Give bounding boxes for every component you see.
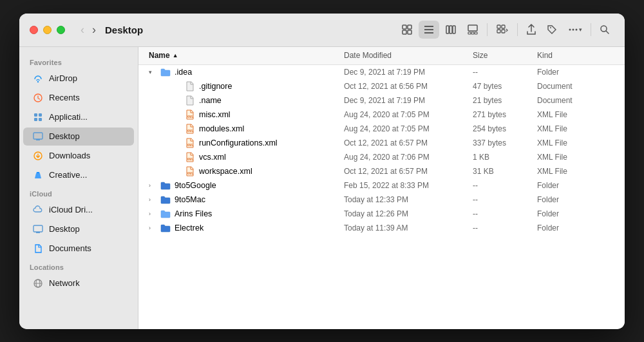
sidebar-item-network[interactable]: Network [23, 274, 134, 292]
sidebar-item-recents[interactable]: Recents [23, 89, 134, 107]
table-row[interactable]: › 9to5Google Feb 15, 2022 at 8:33 PM -- … [138, 178, 625, 193]
svg-point-24 [37, 81, 39, 82]
file-name-cell: XML misc.xml [150, 109, 344, 120]
table-row[interactable]: › Arins Files Today at 12:26 PM -- Folde… [138, 207, 625, 221]
file-size: 1 KB [473, 153, 537, 162]
back-button[interactable]: ‹ [78, 23, 87, 37]
file-size: -- [473, 209, 537, 218]
sidebar-item-icloud-drive[interactable]: iCloud Dri... [23, 201, 134, 219]
file-name-cell: XML runConfigurations.xml [150, 138, 344, 148]
svg-rect-29 [39, 118, 42, 121]
table-row[interactable]: ▾ .idea Dec 9, 2021 at 7:19 PM -- Folder [138, 65, 625, 79]
table-row[interactable]: › 9to5Mac Today at 12:33 PM -- Folder [138, 193, 625, 207]
file-date: Oct 12, 2021 at 6:57 PM [344, 138, 473, 147]
svg-rect-7 [446, 26, 449, 33]
tag-button[interactable] [542, 21, 562, 39]
svg-rect-27 [39, 113, 42, 117]
col-date-label: Date Modified [344, 51, 392, 60]
sidebar-item-downloads[interactable]: Downloads [23, 147, 134, 165]
table-row[interactable]: XML vcs.xml Aug 24, 2020 at 7:06 PM 1 KB… [138, 150, 625, 164]
group-button[interactable] [491, 21, 513, 39]
maximize-button[interactable] [57, 26, 65, 34]
airdrop-icon [32, 73, 44, 84]
sort-arrow: ▲ [173, 52, 178, 59]
file-name: misc.xml [199, 110, 231, 119]
sidebar-item-creative[interactable]: Creative... [23, 166, 134, 184]
svg-text:XML: XML [187, 129, 194, 133]
file-date: Today at 11:39 AM [344, 223, 473, 233]
more-icon [567, 24, 579, 35]
col-date-header[interactable]: Date Modified [344, 51, 473, 60]
svg-rect-17 [502, 30, 505, 33]
table-row[interactable]: XML misc.xml Aug 24, 2020 at 7:05 PM 271… [138, 108, 625, 122]
expand-icon[interactable]: ▾ [149, 69, 156, 75]
minimize-button[interactable] [43, 26, 52, 34]
desktop-icon [32, 131, 44, 142]
expand-icon[interactable]: › [149, 196, 156, 203]
sidebar-section-icloud: iCloud [19, 185, 138, 200]
sidebar-item-icloud-desktop[interactable]: Desktop [23, 220, 134, 238]
search-icon [600, 24, 610, 35]
sidebar-label-icloud-drive: iCloud Dri... [49, 205, 93, 214]
file-date: Today at 12:26 PM [344, 209, 473, 218]
file-name: .gitignore [199, 82, 232, 91]
file-name: Arins Files [175, 209, 212, 218]
expand-icon [173, 154, 181, 160]
svg-rect-0 [402, 25, 406, 29]
expand-icon[interactable]: › [149, 182, 156, 189]
svg-rect-35 [36, 232, 40, 233]
svg-rect-11 [468, 32, 471, 34]
file-name-cell: XML vcs.xml [150, 152, 344, 162]
table-row[interactable]: › Electrek Today at 11:39 AM -- Folder [138, 221, 625, 235]
file-kind: XML File [537, 153, 614, 162]
applications-icon [32, 111, 44, 123]
file-kind: XML File [537, 138, 614, 147]
column-view-button[interactable] [440, 21, 461, 39]
file-date: Aug 24, 2020 at 7:05 PM [344, 110, 473, 119]
svg-rect-10 [468, 25, 477, 31]
traffic-lights [30, 26, 65, 34]
table-row[interactable]: XML modules.xml Aug 24, 2020 at 7:05 PM … [138, 122, 625, 136]
close-button[interactable] [30, 26, 38, 34]
share-button[interactable] [522, 21, 541, 39]
table-row[interactable]: .gitignore Oct 12, 2021 at 6:56 PM 47 by… [138, 79, 625, 93]
expand-icon [173, 83, 181, 90]
forward-button[interactable]: › [90, 23, 99, 37]
col-size-header[interactable]: Size [473, 51, 537, 60]
gallery-view-button[interactable] [462, 21, 483, 39]
more-button[interactable]: ▾ [563, 21, 587, 39]
sidebar-item-desktop[interactable]: Desktop [23, 128, 134, 146]
sidebar-label-downloads: Downloads [49, 151, 90, 160]
list-view-button[interactable] [419, 21, 439, 39]
file-list-body[interactable]: ▾ .idea Dec 9, 2021 at 7:19 PM -- Folder [138, 65, 625, 329]
sidebar-item-airdrop[interactable]: AirDrop [23, 70, 134, 88]
icon-view-button[interactable] [397, 21, 417, 39]
sidebar-label-airdrop: AirDrop [49, 73, 77, 83]
search-button[interactable] [595, 21, 614, 38]
sidebar-item-applications[interactable]: Applicati... [23, 108, 134, 126]
xml-icon: XML [185, 109, 195, 120]
file-name-cell: XML workspace.xml [150, 166, 344, 176]
share-icon [526, 24, 536, 35]
svg-rect-34 [33, 225, 43, 232]
file-date: Today at 12:33 PM [344, 195, 473, 204]
col-kind-header[interactable]: Kind [537, 51, 614, 60]
expand-icon[interactable]: › [149, 225, 156, 231]
table-row[interactable]: XML runConfigurations.xml Oct 12, 2021 a… [138, 136, 625, 150]
file-name: .name [199, 96, 222, 105]
file-size: -- [473, 68, 537, 77]
sidebar: Favorites AirDrop Recents Applicati... [19, 47, 138, 329]
file-name-cell: ▾ .idea [149, 67, 344, 77]
sidebar-item-documents[interactable]: Documents [23, 240, 134, 258]
file-size: 31 KB [473, 167, 537, 176]
col-name-header[interactable]: Name ▲ [149, 51, 344, 60]
table-row[interactable]: XML workspace.xml Oct 12, 2021 at 6:57 P… [138, 164, 625, 178]
expand-icon [173, 140, 181, 146]
table-row[interactable]: .name Dec 9, 2021 at 7:19 PM 21 bytes Do… [138, 93, 625, 108]
xml-icon: XML [185, 138, 195, 148]
expand-icon[interactable]: › [149, 211, 156, 217]
file-date: Dec 9, 2021 at 7:19 PM [344, 68, 473, 77]
svg-rect-26 [34, 113, 37, 117]
recents-icon [32, 92, 44, 104]
xml-icon: XML [185, 124, 195, 134]
